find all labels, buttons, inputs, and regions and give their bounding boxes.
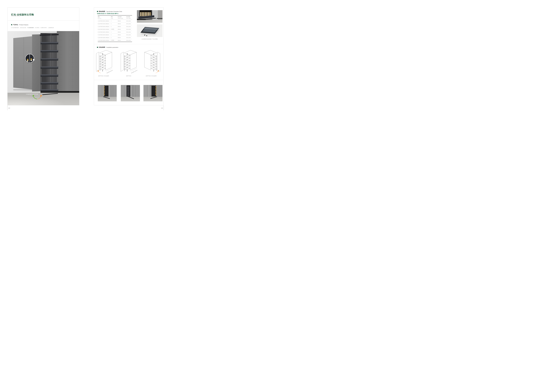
page-number-tick <box>7 105 7 110</box>
table-row: D:244*505*(1950-2200)mm6 (加高)300mm264 ±2… <box>98 28 132 31</box>
callout-label: 全铝支架 前后氛围硅胶灯 <box>19 56 26 59</box>
features-heading-en: / Product Features <box>19 24 28 25</box>
install-heading: 安装参数图 / Installation parameters <box>97 47 118 48</box>
diagram-caption: 篮体平拉出 向左边旋转 <box>93 75 115 77</box>
pullout-basket <box>41 65 58 69</box>
pullout-basket <box>41 81 58 84</box>
install-diagram-middle: 柜内深度 ≥520mm <box>119 50 139 74</box>
detail-photo-basket <box>137 10 162 23</box>
svg-text:柜内深度 ≥520mm: 柜内深度 ≥520mm <box>106 70 113 74</box>
page-subtitle: Revolving Tall Unit <box>11 15 20 16</box>
section-marker-icon <box>97 11 98 12</box>
table-row: F:344*505*(1350-1650)mm5400mm364 ±2mm <box>98 34 132 36</box>
section-marker-icon <box>11 24 12 25</box>
effect-photo-rotate-left: 向左旋转效果 <box>98 85 117 101</box>
bullet-dot-icon <box>29 28 29 28</box>
bullet-dot-icon <box>11 28 12 28</box>
features-heading-cn: 产品特点 <box>13 24 18 26</box>
catalog-spread: 灯光·全铝旋转太空舱 Revolving Tall Unit 产品特点 / Pr… <box>0 0 171 112</box>
detail-callout-bubble <box>25 54 34 63</box>
pullout-basket <box>41 73 58 77</box>
detail-photo-tray <box>137 24 162 37</box>
table-row: G:344*505*(1650-1950)mm6400mm364 ±2mm <box>98 36 132 39</box>
diagram-caption: 篮体平拉出 <box>118 75 140 77</box>
glass-tray <box>140 27 159 34</box>
svg-text:柜内深度 ≥520mm: 柜内深度 ≥520mm <box>131 70 138 74</box>
table-row: E:344*505*(1050-1350)mm4400mm364 ±2mm <box>98 31 132 34</box>
table-row: A:244*505*(1050-1350)mm4300mm264 ±2mm <box>98 20 132 22</box>
right-cabinet <box>57 31 79 91</box>
table-row: B:244*505*(1350-1650)mm5300mm264 ±2mm <box>98 22 132 25</box>
bottle-icon <box>27 58 28 62</box>
install-diagram-right <box>141 50 161 74</box>
spec-heading: 规格参数图 / Specification Parameter Chart <box>97 11 122 12</box>
pullout-basket <box>41 57 58 61</box>
left-cabinet <box>13 36 35 90</box>
section-marker-icon <box>97 47 98 48</box>
diagram-caption: 篮体平拉出 向右边旋转 <box>140 75 162 77</box>
hero-product-photo: 全铝支架 前后氛围硅胶灯 灯光轴承旋转全铝平开拉篮 <box>7 31 79 105</box>
rotation-arrows-icon <box>32 94 42 100</box>
table-header: 规格(W*D*H) 层数Layer 柜体宽度Cabinet width 柜内宽度… <box>98 15 132 20</box>
photo-caption: 全内部棒卯结构玻璃篮·不见任何螺丝 <box>137 39 162 40</box>
title-divider <box>7 21 79 21</box>
page-number-left: 143 <box>8 108 10 109</box>
feature-text: 联动结构、省力静音、大容量大收纳、二边氛围光源 <box>30 27 54 28</box>
install-diagram-left: 柜内深度 ≥520mm <box>96 50 115 74</box>
effect-photo-rotate-right: 向右旋转效果 <box>144 85 162 101</box>
pullout-basket <box>41 49 58 52</box>
bottle-icon <box>31 57 32 61</box>
section-divider <box>94 44 164 44</box>
table-row: C:244*505*(1650-1950)mm6300mm264 ±2mm <box>98 25 132 28</box>
effect-photo-pullout: 篮体平拉出效果 <box>121 85 140 101</box>
section-divider <box>94 80 164 80</box>
bottle-column-icon <box>104 86 105 96</box>
pullout-basket <box>41 88 58 91</box>
page-number-right: 144 <box>160 108 163 109</box>
table-row: H:344*505*(1950-2200)mm6 (加高)400mm364 ±2… <box>98 39 132 42</box>
feature-item: 联动结构、省力静音、大容量大收纳、二边氛围光源 <box>29 27 54 28</box>
open-door <box>32 34 42 91</box>
light-pole-icon <box>29 54 30 63</box>
pullout-basket <box>41 41 58 44</box>
features-heading: 产品特点 / Product Features <box>11 24 28 26</box>
spec-table: 规格(W*D*H) 层数Layer 柜体宽度Cabinet width 柜内宽度… <box>98 15 132 42</box>
bottle-column-icon <box>155 86 156 96</box>
page-left: 灯光·全铝旋转太空舱 Revolving Tall Unit 产品特点 / Pr… <box>7 7 79 105</box>
model-number: GS05-01XZ·A / GS05-01XZ-WP·A <box>97 13 118 14</box>
page-right: 规格参数图 / Specification Parameter Chart GS… <box>94 7 164 105</box>
